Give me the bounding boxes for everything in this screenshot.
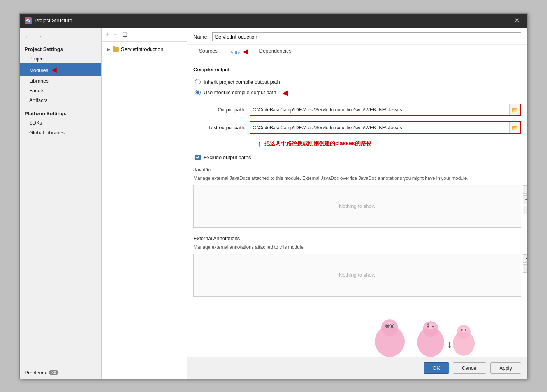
use-module-arrow-icon: ◀ bbox=[282, 88, 288, 97]
module-tree: ▶ ServletIntroduction bbox=[102, 42, 187, 379]
ext-add-button[interactable]: + bbox=[523, 254, 527, 263]
radio-group: Inherit project compile output path Use … bbox=[193, 79, 521, 97]
test-output-path-wrapper: 📂 bbox=[250, 121, 521, 134]
module-toolbar: + − ⊡ bbox=[102, 28, 187, 42]
name-row: Name: bbox=[187, 28, 527, 45]
tab-sources[interactable]: Sources bbox=[193, 45, 223, 60]
exclude-checkbox[interactable] bbox=[195, 155, 201, 160]
external-annotations-desc: Manage external annotations attached to … bbox=[193, 244, 521, 251]
nav-forward-button[interactable]: → bbox=[35, 32, 44, 41]
inherit-radio-row: Inherit project compile output path bbox=[193, 79, 521, 85]
project-structure-dialog: PS Project Structure ✕ ← → Project Setti… bbox=[19, 13, 528, 379]
output-path-wrapper: 📂 bbox=[250, 104, 521, 116]
external-annotations-empty-label: Nothing to show bbox=[339, 272, 375, 278]
close-button[interactable]: ✕ bbox=[511, 15, 522, 26]
sidebar-item-global-libraries[interactable]: Global Libraries bbox=[20, 128, 101, 137]
external-annotations-list-buttons: + − bbox=[523, 254, 527, 273]
compiler-output-section-title: Compiler output bbox=[193, 67, 521, 74]
output-path-browse-button[interactable]: 📂 bbox=[509, 104, 520, 115]
title-bar-left: PS Project Structure bbox=[25, 17, 72, 24]
expand-arrow-icon: ▶ bbox=[107, 47, 110, 51]
test-output-path-browse-button[interactable]: 📂 bbox=[509, 122, 520, 133]
sidebar-bottom: Problems 30 bbox=[20, 367, 101, 379]
name-input[interactable] bbox=[212, 32, 521, 41]
test-output-path-input[interactable] bbox=[250, 123, 509, 132]
output-path-label: Output path: bbox=[195, 107, 246, 113]
javadoc-list-buttons: + +₀ − bbox=[523, 185, 527, 214]
ok-button[interactable]: OK bbox=[424, 362, 449, 374]
annotation-text: 把这两个路径换成刚刚创建的classes的路径 bbox=[264, 140, 371, 147]
tabs-bar: Sources Paths ◀ Dependencies bbox=[187, 45, 527, 60]
use-module-radio-row: Use module compile output path ◀ bbox=[193, 88, 521, 97]
sidebar-item-facets[interactable]: Facets bbox=[20, 86, 101, 95]
exclude-checkbox-row: Exclude output paths bbox=[193, 155, 521, 160]
javadoc-section-title: JavaDoc bbox=[193, 167, 521, 172]
module-panel: + − ⊡ ▶ ServletIntroduction bbox=[102, 28, 187, 379]
problems-label[interactable]: Problems bbox=[25, 370, 46, 376]
sidebar-item-sdks[interactable]: SDKs bbox=[20, 118, 101, 128]
copy-module-button[interactable]: ⊡ bbox=[121, 30, 128, 39]
exclude-label: Exclude output paths bbox=[204, 155, 251, 160]
javadoc-desc: Manage external JavaDocs attached to thi… bbox=[193, 175, 521, 182]
javadoc-remove-button[interactable]: − bbox=[523, 206, 527, 214]
annotation-arrow-icon: ↑ bbox=[257, 139, 261, 148]
cancel-button[interactable]: Cancel bbox=[453, 362, 486, 374]
sidebar: ← → Project Settings Project Modules ◀ L… bbox=[20, 28, 102, 379]
add-module-button[interactable]: + bbox=[105, 30, 110, 39]
apply-button[interactable]: Apply bbox=[490, 362, 521, 374]
problems-badge: 30 bbox=[49, 370, 58, 375]
window-title: Project Structure bbox=[35, 18, 72, 23]
project-settings-header: Project Settings bbox=[20, 44, 101, 54]
output-path-row: Output path: 📂 bbox=[193, 104, 521, 116]
test-output-path-row: Test output path: 📂 bbox=[193, 121, 521, 134]
platform-settings-header: Platform Settings bbox=[20, 108, 101, 118]
inherit-label: Inherit project compile output path bbox=[204, 79, 280, 85]
javadoc-add-button[interactable]: + bbox=[523, 185, 527, 194]
use-module-label: Use module compile output path bbox=[204, 90, 276, 95]
app-icon: PS bbox=[25, 17, 32, 24]
external-annotations-list-box: Nothing to show + − bbox=[193, 254, 521, 297]
module-name-label: ServletIntroduction bbox=[121, 46, 163, 52]
apply-arrow-icon: ↓ bbox=[447, 338, 452, 351]
main-content: Name: Sources Paths ◀ Dependencies bbox=[187, 28, 527, 379]
test-output-path-label: Test output path: bbox=[195, 125, 246, 130]
javadoc-empty-label: Nothing to show bbox=[339, 203, 375, 209]
tab-content: Compiler output Inherit project compile … bbox=[187, 60, 527, 357]
name-label: Name: bbox=[193, 34, 208, 40]
use-module-radio[interactable] bbox=[195, 90, 201, 95]
sidebar-divider bbox=[20, 105, 101, 108]
remove-module-button[interactable]: − bbox=[113, 30, 118, 39]
paths-tab-arrow-icon: ◀ bbox=[243, 47, 248, 55]
tab-paths[interactable]: Paths ◀ bbox=[223, 45, 254, 60]
folder-icon bbox=[113, 47, 119, 52]
sidebar-item-artifacts[interactable]: Artifacts bbox=[20, 95, 101, 105]
annotation-row: ↑ 把这两个路径换成刚刚创建的classes的路径 bbox=[193, 139, 521, 148]
sidebar-item-modules[interactable]: Modules ◀ bbox=[20, 63, 101, 76]
sidebar-nav-buttons: ← → bbox=[20, 31, 101, 44]
javadoc-list-section: Nothing to show + +₀ − bbox=[193, 185, 521, 228]
javadoc-list-box: Nothing to show + +₀ − bbox=[193, 185, 521, 228]
title-bar: PS Project Structure ✕ bbox=[20, 14, 527, 28]
inherit-radio[interactable] bbox=[195, 79, 201, 84]
nav-back-button[interactable]: ← bbox=[23, 32, 32, 41]
modules-arrow-icon: ◀ bbox=[51, 65, 57, 74]
tab-dependencies[interactable]: Dependencies bbox=[254, 45, 297, 60]
bottom-bar: ↓ OK Cancel Apply bbox=[187, 357, 527, 379]
sidebar-item-libraries[interactable]: Libraries bbox=[20, 76, 101, 86]
module-item-servlet[interactable]: ▶ ServletIntroduction bbox=[105, 45, 184, 54]
javadoc-add-alt-button[interactable]: +₀ bbox=[523, 195, 527, 204]
external-annotations-section-title: External Annotations bbox=[193, 236, 521, 241]
external-annotations-list-section: Nothing to show + − bbox=[193, 254, 521, 297]
content-area: ← → Project Settings Project Modules ◀ L… bbox=[20, 28, 527, 379]
output-path-input[interactable] bbox=[250, 105, 509, 114]
sidebar-item-project[interactable]: Project bbox=[20, 54, 101, 63]
ext-remove-button[interactable]: − bbox=[523, 264, 527, 273]
